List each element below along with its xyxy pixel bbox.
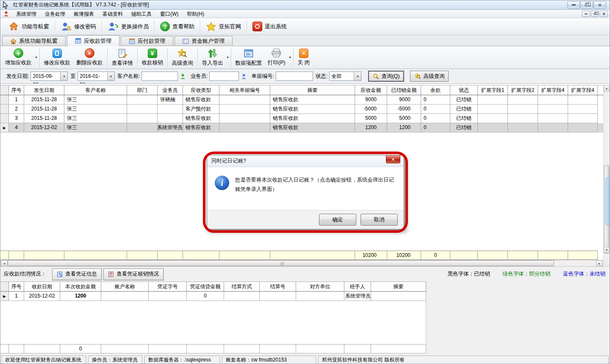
column-header[interactable]: 已结销金额: [387, 85, 421, 95]
column-header[interactable]: 序号: [9, 85, 24, 95]
legend-settled: 黑色字体：已结销: [448, 270, 490, 278]
print-dropdown-arrow[interactable]: [289, 55, 291, 59]
column-header[interactable]: 相关单据编号: [219, 85, 270, 95]
summary-balance-total: 0: [421, 251, 450, 260]
vertical-scrollbar[interactable]: [603, 85, 610, 260]
column-header[interactable]: 凭证字号: [149, 281, 187, 292]
scroll-up-arrow[interactable]: [604, 85, 610, 91]
column-header[interactable]: 结算方式: [224, 281, 260, 292]
status-select[interactable]: 全部: [329, 72, 361, 81]
nav-window-button[interactable]: 功能导航窗: [3, 19, 55, 34]
cell: 1200: [60, 292, 101, 301]
column-header[interactable]: 业务员: [158, 85, 183, 95]
table-row[interactable]: 1 2015-11-28 张三 张晓楠 销售应收款 销售应收款 9000 900…: [0, 95, 604, 105]
mdi-close-button[interactable]: [600, 11, 608, 17]
tab-payable[interactable]: 应付款管理: [121, 36, 173, 46]
cancel-button[interactable]: 取消: [360, 214, 398, 226]
horizontal-scroll-thumb[interactable]: [8, 260, 554, 266]
info-icon: [215, 176, 229, 190]
salesman-person-icon[interactable]: [241, 73, 247, 80]
close-button[interactable]: [593, 1, 606, 9]
advanced-search-button[interactable]: 高级查询: [169, 47, 196, 68]
change-password-button[interactable]: 修改密码: [55, 19, 102, 34]
data-config-button[interactable]: 数据项配置: [233, 47, 265, 68]
to-label: 至: [70, 73, 76, 80]
date-to-combo[interactable]: 2016-01-02: [78, 72, 115, 81]
minimize-button[interactable]: [567, 1, 580, 9]
dialog-body: 您是否要将本次收款记入日记账？（点击确定按钮，系统会弹出日记账凭单录入界面）: [207, 167, 404, 210]
column-header[interactable]: 收款日期: [24, 281, 60, 292]
column-header[interactable]: 本次收款金额: [60, 281, 101, 292]
add-receivable-button[interactable]: 增加应收款: [2, 47, 35, 68]
menu-window[interactable]: 窗口(W): [156, 10, 183, 18]
import-export-dropdown-arrow[interactable]: [227, 55, 229, 59]
delete-receivable-button[interactable]: 删除应收款: [73, 47, 106, 68]
scroll-right-arrow[interactable]: [596, 260, 603, 266]
table-row[interactable]: 3 2015-11-28 张三 销售应收款 销售应收款 5000 5000 0 …: [0, 114, 604, 123]
website-button[interactable]: 亚拓官网: [200, 19, 247, 34]
docno-input[interactable]: [276, 72, 313, 81]
table-row[interactable]: 2 2015-11-28 张三 客户预付款 销售应收款 -5000 -5000 …: [0, 105, 604, 114]
column-header[interactable]: 摘要: [371, 281, 426, 292]
tab-system-nav[interactable]: 系统功能导航窗: [2, 36, 66, 46]
customer-person-icon[interactable]: [180, 73, 186, 80]
horizontal-scrollbar[interactable]: [0, 260, 603, 267]
close-view-button[interactable]: 关 闭: [295, 47, 313, 68]
chevron-down-icon[interactable]: [60, 72, 67, 80]
table-row-selected[interactable]: 4 2015-12-02 张三 系统管理员 销售应收款 销售应收款 1200 1…: [0, 123, 604, 132]
menu-help[interactable]: 帮助(H): [183, 10, 208, 18]
query-button[interactable]: 查询(Q): [368, 71, 404, 82]
add-dropdown-arrow[interactable]: [36, 55, 37, 59]
mdi-minimize-button[interactable]: [582, 11, 590, 17]
column-header[interactable]: 摘要: [270, 85, 355, 95]
column-header[interactable]: 扩展字段1: [478, 85, 508, 95]
column-header[interactable]: 序号: [9, 281, 24, 292]
menu-tools[interactable]: 辅助工具: [127, 10, 156, 18]
column-header[interactable]: 对方单位: [296, 281, 344, 292]
column-header[interactable]: 账户名称: [101, 281, 149, 292]
payment-verify-button[interactable]: 收款核销: [139, 47, 166, 68]
column-header[interactable]: 扩展字段2: [508, 85, 538, 95]
view-voucher-verify-button[interactable]: 查看凭证核销情况: [103, 268, 164, 280]
dialog-close-button[interactable]: [386, 155, 400, 163]
column-header[interactable]: 经手人: [344, 281, 371, 292]
column-header[interactable]: 结算号: [260, 281, 296, 292]
chevron-down-icon[interactable]: [107, 72, 114, 80]
menu-business[interactable]: 业务处理: [41, 10, 69, 18]
column-header[interactable]: 应收类型: [183, 85, 219, 95]
salesman-input[interactable]: [209, 72, 239, 81]
column-header[interactable]: 部门: [127, 85, 158, 95]
column-header[interactable]: 发生日期: [24, 85, 64, 95]
column-header[interactable]: 扩展字段4: [538, 85, 568, 95]
minimize-icon: [572, 4, 576, 6]
column-header[interactable]: 凭证借贷金额: [187, 281, 224, 292]
help-button[interactable]: 查看帮助: [155, 19, 200, 34]
menu-system[interactable]: 系统管理: [12, 10, 41, 18]
exit-button[interactable]: 退出系统: [247, 19, 292, 34]
tab-account[interactable]: 资金账户管理: [175, 36, 233, 46]
print-button[interactable]: 打印(P): [265, 47, 288, 68]
column-header[interactable]: 状态: [450, 85, 478, 95]
customer-input[interactable]: [141, 72, 178, 81]
import-export-button[interactable]: 导入导出: [199, 47, 226, 68]
edit-receivable-button[interactable]: 修改应收款: [41, 47, 74, 68]
advanced-query-button[interactable]: 高级查询: [410, 71, 449, 82]
tab-receivable[interactable]: 应收款管理: [67, 35, 119, 46]
scroll-left-arrow[interactable]: [1, 260, 8, 266]
chevron-down-icon[interactable]: [354, 72, 361, 80]
view-detail-button[interactable]: 查看详情: [109, 47, 136, 68]
column-header[interactable]: 客户名称: [64, 85, 127, 95]
scroll-down-arrow[interactable]: [604, 247, 610, 253]
mdi-restore-button[interactable]: [591, 11, 599, 17]
menu-basedata[interactable]: 基础资料: [98, 10, 127, 18]
column-header[interactable]: 余款: [421, 85, 450, 95]
switch-operator-button[interactable]: 更换操作员: [102, 19, 154, 34]
view-voucher-info-button[interactable]: 查看凭证信息: [52, 268, 102, 280]
column-header[interactable]: 应收金额: [355, 85, 387, 95]
column-header[interactable]: 扩展字段4: [568, 85, 598, 95]
menu-reports[interactable]: 账簿报表: [69, 10, 98, 18]
restore-button[interactable]: [580, 1, 593, 9]
payment-table-row[interactable]: 1 2015-12-02 1200 0 系统管理员: [0, 292, 426, 301]
ok-button[interactable]: 确定: [319, 214, 356, 226]
date-from-combo[interactable]: 2015-09-02: [30, 72, 68, 81]
